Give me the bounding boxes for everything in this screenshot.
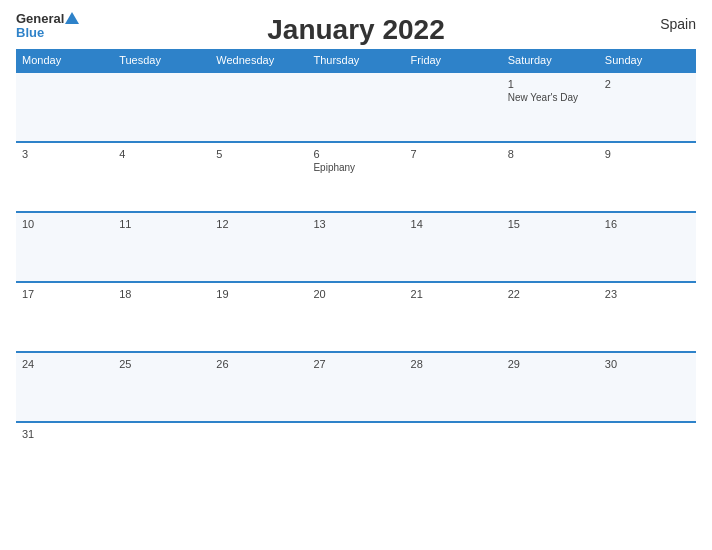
calendar-cell <box>405 72 502 142</box>
calendar-cell: 14 <box>405 212 502 282</box>
calendar-cell: 30 <box>599 352 696 422</box>
weekday-header-thursday: Thursday <box>307 49 404 72</box>
day-number: 13 <box>313 218 398 230</box>
calendar-cell: 9 <box>599 142 696 212</box>
calendar-cell: 4 <box>113 142 210 212</box>
calendar-cell: 19 <box>210 282 307 352</box>
weekday-header-sunday: Sunday <box>599 49 696 72</box>
day-number: 22 <box>508 288 593 300</box>
calendar-week-row: 3456Epiphany789 <box>16 142 696 212</box>
calendar-week-row: 31 <box>16 422 696 492</box>
calendar-cell: 5 <box>210 142 307 212</box>
calendar-cell <box>210 72 307 142</box>
calendar-cell <box>307 422 404 492</box>
day-number: 19 <box>216 288 301 300</box>
calendar-title: January 2022 <box>267 14 444 46</box>
calendar-cell: 27 <box>307 352 404 422</box>
calendar-week-row: 10111213141516 <box>16 212 696 282</box>
calendar-week-row: 1New Year's Day2 <box>16 72 696 142</box>
calendar-cell: 15 <box>502 212 599 282</box>
logo-blue: Blue <box>16 26 79 40</box>
calendar-cell <box>307 72 404 142</box>
calendar-cell <box>113 72 210 142</box>
day-number: 5 <box>216 148 301 160</box>
calendar-cell <box>113 422 210 492</box>
calendar-cell: 6Epiphany <box>307 142 404 212</box>
day-number: 18 <box>119 288 204 300</box>
page-header: General Blue January 2022 Spain <box>16 12 696 41</box>
calendar-cell <box>599 422 696 492</box>
day-number: 23 <box>605 288 690 300</box>
day-number: 17 <box>22 288 107 300</box>
weekday-header-row: MondayTuesdayWednesdayThursdayFridaySatu… <box>16 49 696 72</box>
day-number: 11 <box>119 218 204 230</box>
day-number: 2 <box>605 78 690 90</box>
calendar-cell: 22 <box>502 282 599 352</box>
calendar-cell: 20 <box>307 282 404 352</box>
calendar-cell: 31 <box>16 422 113 492</box>
weekday-header-monday: Monday <box>16 49 113 72</box>
day-number: 14 <box>411 218 496 230</box>
calendar-cell: 23 <box>599 282 696 352</box>
weekday-header-saturday: Saturday <box>502 49 599 72</box>
calendar-cell <box>502 422 599 492</box>
calendar-cell <box>405 422 502 492</box>
calendar-cell: 11 <box>113 212 210 282</box>
day-number: 10 <box>22 218 107 230</box>
calendar-cell: 21 <box>405 282 502 352</box>
day-number: 31 <box>22 428 107 440</box>
day-number: 16 <box>605 218 690 230</box>
calendar-page: General Blue January 2022 Spain MondayTu… <box>0 0 712 550</box>
day-number: 25 <box>119 358 204 370</box>
calendar-cell <box>210 422 307 492</box>
day-number: 29 <box>508 358 593 370</box>
calendar-cell: 2 <box>599 72 696 142</box>
logo: General Blue <box>16 12 79 41</box>
day-number: 30 <box>605 358 690 370</box>
day-event: New Year's Day <box>508 92 593 103</box>
calendar-cell: 25 <box>113 352 210 422</box>
day-number: 28 <box>411 358 496 370</box>
day-number: 6 <box>313 148 398 160</box>
calendar-week-row: 17181920212223 <box>16 282 696 352</box>
calendar-cell: 17 <box>16 282 113 352</box>
day-number: 26 <box>216 358 301 370</box>
calendar-table: MondayTuesdayWednesdayThursdayFridaySatu… <box>16 49 696 492</box>
calendar-cell: 10 <box>16 212 113 282</box>
calendar-cell: 18 <box>113 282 210 352</box>
calendar-cell: 16 <box>599 212 696 282</box>
calendar-cell: 3 <box>16 142 113 212</box>
weekday-header-wednesday: Wednesday <box>210 49 307 72</box>
logo-general: General <box>16 12 64 26</box>
calendar-week-row: 24252627282930 <box>16 352 696 422</box>
weekday-header-friday: Friday <box>405 49 502 72</box>
calendar-cell: 1New Year's Day <box>502 72 599 142</box>
weekday-header-tuesday: Tuesday <box>113 49 210 72</box>
logo-triangle-icon <box>65 12 79 24</box>
day-number: 21 <box>411 288 496 300</box>
calendar-cell: 13 <box>307 212 404 282</box>
calendar-cell: 7 <box>405 142 502 212</box>
day-number: 1 <box>508 78 593 90</box>
calendar-cell: 29 <box>502 352 599 422</box>
calendar-cell: 12 <box>210 212 307 282</box>
calendar-cell: 26 <box>210 352 307 422</box>
day-event: Epiphany <box>313 162 398 173</box>
day-number: 15 <box>508 218 593 230</box>
calendar-cell: 8 <box>502 142 599 212</box>
day-number: 8 <box>508 148 593 160</box>
calendar-cell <box>16 72 113 142</box>
day-number: 24 <box>22 358 107 370</box>
day-number: 3 <box>22 148 107 160</box>
calendar-cell: 24 <box>16 352 113 422</box>
day-number: 7 <box>411 148 496 160</box>
day-number: 12 <box>216 218 301 230</box>
day-number: 4 <box>119 148 204 160</box>
day-number: 20 <box>313 288 398 300</box>
day-number: 27 <box>313 358 398 370</box>
day-number: 9 <box>605 148 690 160</box>
calendar-cell: 28 <box>405 352 502 422</box>
country-label: Spain <box>660 16 696 32</box>
